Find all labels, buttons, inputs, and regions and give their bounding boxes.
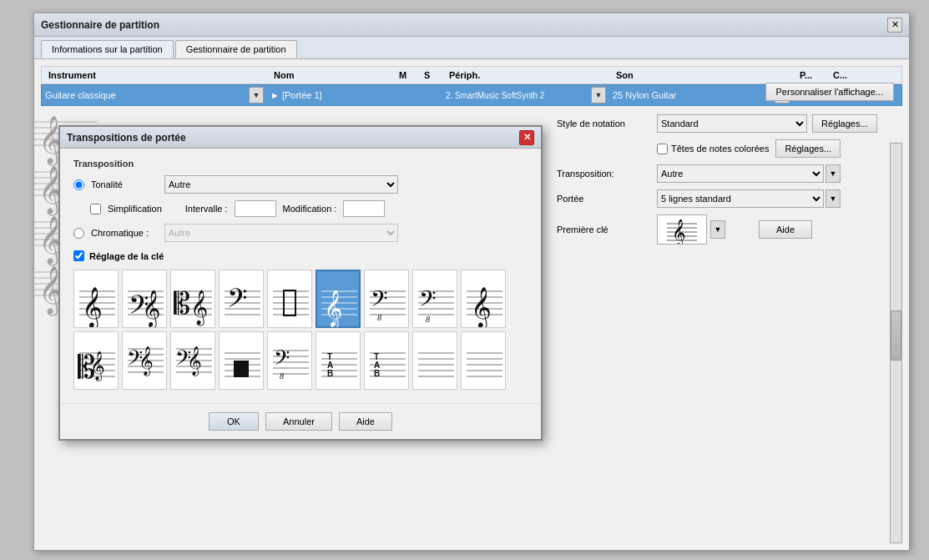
colored-notes-checkbox[interactable] [657,144,668,154]
clef-tenor[interactable]: 𝄡 𝄞 [170,270,215,328]
svg-text:𝄞: 𝄞 [142,290,160,327]
notation-style-select[interactable]: Standard [657,114,807,133]
clef-combo2[interactable]: 𝄢 𝄞 [170,331,215,390]
key-box: 𝄞 [657,214,707,245]
chromatique-label: Chromatique : [91,228,158,238]
colored-notes-row: Têtes de notes colorées Réglages... [657,139,894,158]
tonalite-row: Tonalité Autre [73,175,528,194]
clef-treble-lines1[interactable]: 𝄢 𝄞 [122,270,167,328]
clef-empty2[interactable] [461,331,506,390]
aide-btn[interactable]: Aide [759,220,812,239]
clef-grid-row1: 𝄞 𝄢 𝄞 [73,270,528,328]
notation-settings-btn[interactable]: Réglages... [812,114,877,133]
svg-text:𝄞: 𝄞 [471,287,492,327]
modification-label: Modification : [283,204,337,214]
reglage-cle-row: Réglage de la clé [73,250,528,261]
clef-bass-8vb[interactable]: 𝄢 8 [364,270,409,328]
annuler-button[interactable]: Annuler [265,412,332,431]
svg-text:8: 8 [332,318,336,327]
nom-label: ► [Portée 1] [270,90,389,100]
interval-row: Simplification Intervalle : 7 Modificati… [90,200,528,217]
portee-dropdown-arrow[interactable]: ▼ [825,189,841,208]
svg-rect-115 [234,361,249,377]
svg-text:𝄢: 𝄢 [274,346,290,374]
transposition-label: Transposition: [557,169,657,179]
cell-nom: ► [Portée 1] [267,88,392,102]
svg-text:𝄞: 𝄞 [139,346,154,376]
clef-square[interactable] [219,331,264,390]
cell-s [417,93,442,97]
close-button[interactable]: ✕ [887,18,902,33]
transposition-section-label: Transposition [73,159,528,169]
portee-select[interactable]: 5 lignes standard [657,189,824,208]
right-panel: Personnaliser l'affichage... Style de no… [550,76,901,258]
svg-text:𝄞: 𝄞 [190,290,208,326]
tabs-bar: Informations sur la partition Gestionnai… [34,37,909,59]
svg-text:𝄡: 𝄡 [174,287,190,320]
tonalite-radio[interactable] [73,179,84,190]
notation-style-row: Style de notation Standard Réglages... [557,114,894,133]
svg-text:𝄢: 𝄢 [419,286,437,316]
modification-input[interactable]: 0 [343,200,385,217]
clef-empty1[interactable] [412,331,457,390]
tab-informations[interactable]: Informations sur la partition [41,40,174,58]
clef-treble-alt[interactable]: 𝄞 [461,270,506,328]
instrument-dropdown-arrow[interactable]: ▼ [249,87,264,103]
svg-text:𝄞: 𝄞 [672,219,686,244]
cell-instrument: Guitare classique ▼ [42,85,267,105]
chromatique-row: Chromatique : Autre [73,224,528,242]
portee-label: Portée [557,194,657,204]
col-instrument: Instrument [45,68,270,82]
scrollbar-thumb[interactable] [891,310,901,361]
svg-text:𝄢: 𝄢 [371,286,388,316]
personalize-btn[interactable]: Personnaliser l'affichage... [765,83,894,101]
instrument-label: Guitare classique [45,90,247,100]
tab-gestionnaire[interactable]: Gestionnaire de partition [175,40,297,58]
simplification-label: Simplification [108,204,162,214]
scrollbar[interactable] [890,143,902,543]
chromatique-radio[interactable] [73,228,84,239]
modal-aide-button[interactable]: Aide [339,412,392,431]
clef-tab2[interactable]: T A B [364,331,409,390]
premiere-cle-row: Première clé 𝄞 ▼ Aide [557,214,894,245]
svg-text:𝄢: 𝄢 [227,284,247,319]
clef-bass-8vb-2[interactable]: 𝄢 8 [412,270,457,328]
colored-notes-label: Têtes de notes colorées [671,144,769,154]
window-title: Gestionnaire de partition [41,19,159,31]
svg-text:8: 8 [377,313,381,322]
simplification-checkbox[interactable] [90,204,101,214]
svg-text:B: B [374,369,380,378]
clef-tab1[interactable]: T A B [316,331,361,390]
transposition-row: Transposition: Autre ▼ [557,164,894,183]
title-bar: Gestionnaire de partition ✕ [34,13,909,37]
clef-percussion[interactable] [267,270,312,328]
col-m: M [396,68,421,82]
svg-text:B: B [327,369,333,378]
clef-alto[interactable]: 𝄡 𝄞 [73,331,119,390]
clef-treble-8[interactable]: 𝄞 8 [316,270,361,328]
intervalle-input[interactable]: 7 [235,200,276,217]
modal-title-bar: Transpositions de portée ✕ [60,127,541,149]
colored-notes-settings-btn[interactable]: Réglages... [775,139,841,158]
tonalite-label: Tonalité [91,179,158,189]
svg-text:8: 8 [280,371,284,381]
modal-close-button[interactable]: ✕ [519,130,534,145]
notation-style-label: Style de notation [557,119,657,129]
clef-combo1[interactable]: 𝄢 𝄞 [122,331,167,390]
key-display: 𝄞 ▼ [657,214,725,245]
clef-bass[interactable]: 𝄢 [219,270,264,328]
clef-treble[interactable]: 𝄞 [73,270,119,328]
ok-button[interactable]: OK [209,412,259,431]
reglage-cle-checkbox[interactable] [73,250,84,261]
key-dropdown-arrow[interactable]: ▼ [710,220,725,239]
svg-text:𝄞: 𝄞 [82,287,103,327]
clef-bass-8[interactable]: 𝄢 8 [267,331,312,390]
transposition-dropdown-arrow[interactable]: ▼ [825,164,841,183]
svg-text:𝄞: 𝄞 [90,351,105,381]
modal-dialog: Transpositions de portée ✕ Transposition… [58,125,543,441]
modal-title: Transpositions de portée [67,132,186,144]
chromatique-select[interactable]: Autre [164,224,398,242]
transposition-select[interactable]: Autre [657,164,824,183]
tonalite-select[interactable]: Autre [164,175,398,194]
cell-m [392,93,417,97]
